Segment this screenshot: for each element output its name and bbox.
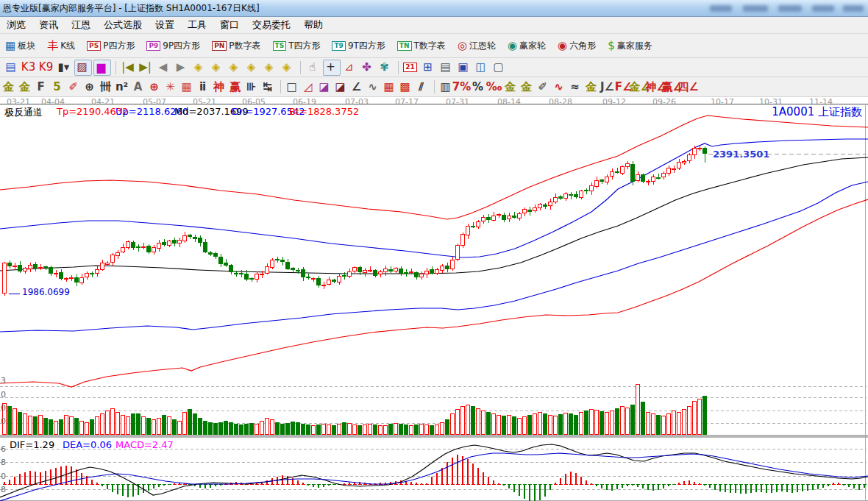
f-grid-icon: F [37, 82, 44, 93]
tick-ruler-button[interactable]: 卌 [99, 79, 114, 94]
si-angle-button[interactable]: 四∠ [682, 79, 697, 94]
candle-style-button[interactable]: ▮▾ [57, 60, 73, 75]
menu-item-5[interactable]: 工具 [181, 17, 213, 33]
winner-wheel-button[interactable]: ◉赢家轮 [505, 38, 548, 54]
blocks-button[interactable]: ▦板块 [3, 38, 38, 54]
cycle-tool-button[interactable]: ✾ [377, 60, 394, 75]
menu-item-3[interactable]: 公式选股 [97, 17, 149, 33]
ruler-123-button[interactable]: ⊪ [245, 79, 260, 94]
parallel-lines-button[interactable]: ⫽ [415, 79, 430, 94]
menu-item-4[interactable]: 设置 [149, 17, 181, 33]
fan-dark-box-button[interactable]: ◪ [334, 79, 349, 94]
angle-lines-button[interactable]: ∠ [350, 79, 365, 94]
menu-item-6[interactable]: 窗口 [213, 17, 246, 33]
chart-area[interactable]: 极反通道 Tp=2190.4632Up=2118.6260Md=2037.169… [0, 104, 868, 501]
kline-button[interactable]: 丰K线 [45, 38, 77, 54]
grid-red-button[interactable]: ▦ [180, 79, 195, 94]
j-angle-button[interactable]: J∠ [601, 79, 616, 94]
grid-fine-button[interactable]: ▦ [383, 79, 397, 94]
diamond-expand-button[interactable]: ◈ [262, 60, 278, 75]
gold-circle-button[interactable]: 金 [504, 79, 519, 94]
calculator-button[interactable]: ⊞ [421, 60, 437, 75]
t-square-button-icon: TS [273, 41, 287, 51]
bear-pattern-button[interactable]: ▨ [74, 60, 92, 76]
diamond-full-icon: ◈ [282, 62, 291, 73]
last-page-button[interactable]: ▶| [138, 60, 154, 75]
t-square-button[interactable]: TST四方形 [271, 38, 323, 54]
wave-red-button[interactable]: ∿ [552, 79, 567, 94]
winner-service-button[interactable]: $赢家服务 [605, 38, 655, 54]
nine-t-square-button[interactable]: T99T四方形 [330, 38, 387, 54]
pen-ruler-button[interactable]: ✐ [536, 79, 551, 94]
span-arrows-button[interactable]: ↹ [261, 79, 276, 94]
menu-item-1[interactable]: 资讯 [32, 17, 65, 33]
kline-chart[interactable] [0, 104, 868, 501]
fan-red-button[interactable]: ◿ [302, 79, 316, 94]
diamond-full-button[interactable]: ◈ [280, 60, 296, 75]
pattern-tool-icon: ✤ [362, 62, 371, 73]
hexagon-button[interactable]: ◉六角形 [555, 38, 598, 54]
span-arrows-icon: ↹ [263, 82, 272, 93]
notes-icon: ▤ [440, 62, 450, 73]
save-button[interactable]: ▣ [456, 60, 472, 75]
pct-line-button[interactable]: ‰ [488, 79, 502, 94]
seven-pct-icon: 7% [452, 82, 471, 93]
menu-item-2[interactable]: 江恩 [65, 17, 97, 33]
circle-ruler-button[interactable]: ⊕ [83, 79, 98, 94]
network-button[interactable]: ◫ [474, 60, 490, 75]
j-angle-icon: J∠ [600, 82, 614, 93]
seven-pct-button[interactable]: 7% [455, 79, 470, 94]
p-number-table-button[interactable]: PNP数字表 [210, 38, 263, 54]
grid-box-button[interactable]: ▩ [399, 79, 413, 94]
quote-marks-button[interactable]: ⅱ [196, 79, 211, 94]
gann-wheel-button[interactable]: ◎江恩轮 [455, 38, 498, 54]
n-square-button[interactable]: n² [115, 79, 130, 94]
k9-cycle-button[interactable]: K9 [39, 60, 55, 75]
wave-box-button[interactable]: ≈ [569, 79, 583, 94]
shen-tool-button[interactable]: 神 [213, 79, 227, 94]
report-button[interactable]: ▤ [4, 60, 20, 75]
box-tool-button[interactable]: □ [285, 79, 300, 94]
f-grid-button[interactable]: F [35, 79, 49, 94]
p-square-button[interactable]: PSP四方形 [85, 38, 137, 54]
workstation-button[interactable]: ▢ [491, 60, 508, 75]
next-page-button[interactable]: ▶ [174, 60, 190, 75]
diamond-left-button[interactable]: ◈ [191, 60, 207, 75]
wave-check-button[interactable]: ∿ [366, 79, 381, 94]
gold-underline-button[interactable]: 金 [585, 79, 600, 94]
gold-line-button[interactable]: 金 [520, 79, 535, 94]
gann-gold-1-button[interactable]: 金 [2, 79, 17, 94]
nine-t-square-button-icon: T9 [332, 41, 345, 51]
pct-button[interactable]: % [472, 79, 486, 94]
ying-tool-button[interactable]: 赢 [229, 79, 243, 94]
hand-tool-button[interactable]: ☝ [305, 60, 321, 75]
fan-purple-box-button[interactable]: ◪ [318, 79, 332, 94]
circle-ruler-icon: ⊕ [85, 82, 94, 93]
prev-page-button[interactable]: ◀ [156, 60, 172, 75]
target-red-button[interactable]: ⊕ [148, 79, 163, 94]
k3-cycle-button[interactable]: K3 [21, 60, 38, 75]
toolbar-main: ▦板块丰K线PSP四方形P99P四方形PNP数字表TST四方形T99T四方形TN… [0, 34, 868, 58]
t-number-table-button[interactable]: TNT数字表 [395, 38, 448, 54]
menu-item-0[interactable]: 浏览 [0, 17, 32, 33]
hand-tool-icon: ☝ [309, 62, 316, 73]
menu-item-8[interactable]: 帮助 [297, 17, 330, 33]
crosshair-tool-button[interactable]: + [323, 60, 341, 76]
nine-p-square-button[interactable]: P99P四方形 [144, 38, 202, 54]
menu-item-7[interactable]: 交易委托 [246, 17, 297, 33]
angle-measure-button[interactable]: ⊿ [342, 60, 358, 75]
titlebar-ghost [743, 5, 768, 12]
spiral-5-button[interactable]: 5 [51, 79, 65, 94]
notes-button[interactable]: ▤ [438, 60, 455, 75]
diamond-right-button[interactable]: ◈ [209, 60, 225, 75]
brush-button[interactable]: ✐ [67, 79, 82, 94]
diamond-horizontal-button[interactable]: ◈ [227, 60, 243, 75]
diamond-compress-button[interactable]: ◈ [244, 60, 260, 75]
starburst-button[interactable]: ✳ [164, 79, 179, 94]
gann-gold-2-button[interactable]: 金 [18, 79, 33, 94]
pattern-tool-button[interactable]: ✤ [360, 60, 376, 75]
first-page-button[interactable]: |◀ [121, 60, 137, 75]
calendar-button[interactable]: 21 [403, 60, 419, 75]
mirror-button[interactable]: A [132, 79, 146, 94]
volume-profile-button[interactable]: ▆ [93, 60, 111, 76]
